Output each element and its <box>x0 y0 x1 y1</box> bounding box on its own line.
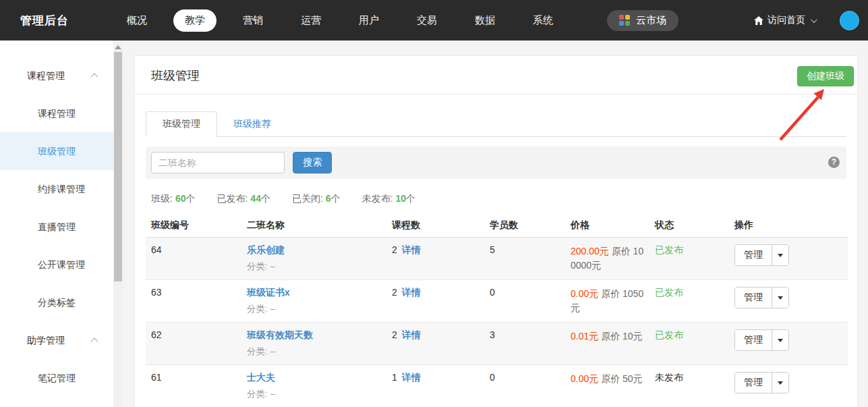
status-badge: 未发布 <box>655 372 683 383</box>
sidebar-item-公开课管理[interactable]: 公开课管理 <box>0 246 113 283</box>
cloud-market-button[interactable]: 云市场 <box>607 10 678 31</box>
stats-bar: 班级:60个已发布:44个已关闭:6个未发布:10个 <box>151 193 857 205</box>
sidebar-scrollbar[interactable] <box>113 40 123 407</box>
class-category: 分类: – <box>247 346 381 358</box>
table-row: 64 乐乐创建 分类: – 2 详情 5 200.00元 原价 100000元 … <box>146 238 848 280</box>
table-header-row: 班级编号二班名称课程数学员数价格状态操作 <box>146 214 848 238</box>
class-category: 分类: – <box>247 261 381 273</box>
scrollbar-up-arrow[interactable] <box>115 45 121 49</box>
manage-button[interactable]: 管理 <box>735 373 772 393</box>
class-name-link[interactable]: 士大夫 <box>247 372 275 383</box>
tab-class-management[interactable]: 班级管理 <box>146 111 217 137</box>
caret-down-icon <box>778 339 783 342</box>
course-detail-link[interactable]: 详情 <box>402 372 421 383</box>
tab-class-recommend[interactable]: 班级推荐 <box>220 112 285 136</box>
sidebar-item-约排课管理[interactable]: 约排课管理 <box>0 170 113 208</box>
class-id-cell: 61 <box>146 365 241 407</box>
stat-item: 已发布:44个 <box>216 193 270 205</box>
column-header-课程数: 课程数 <box>386 214 484 238</box>
sidebar-item-班级管理[interactable]: 班级管理 <box>0 132 113 170</box>
nav-item-运营[interactable]: 运营 <box>289 9 332 32</box>
nav-item-概况[interactable]: 概况 <box>115 9 158 32</box>
caret-down-icon <box>778 296 783 300</box>
sidebar-group-助学管理[interactable]: 助学管理 <box>0 321 113 359</box>
avatar[interactable] <box>840 11 859 30</box>
nav-item-营销[interactable]: 营销 <box>231 9 274 32</box>
class-name-cell: 士大夫 分类: – <box>241 365 386 407</box>
page-title: 班级管理 <box>151 69 200 82</box>
action-cell: 管理 <box>729 365 848 407</box>
course-count-cell: 2 详情 <box>386 280 484 323</box>
search-input[interactable] <box>151 152 285 173</box>
manage-button[interactable]: 管理 <box>735 245 772 265</box>
scrollbar-thumb[interactable] <box>114 52 122 281</box>
table-body: 64 乐乐创建 分类: – 2 详情 5 200.00元 原价 100000元 … <box>146 238 848 407</box>
column-header-班级编号: 班级编号 <box>146 214 241 238</box>
manage-button-group: 管理 <box>734 287 789 308</box>
manage-button-group: 管理 <box>734 244 789 266</box>
class-name-link[interactable]: 乐乐创建 <box>247 244 285 255</box>
search-button[interactable]: 搜索 <box>293 152 332 173</box>
status-badge: 已发布 <box>655 329 683 340</box>
nav-item-数据[interactable]: 数据 <box>463 9 507 32</box>
table-row: 62 班级有效期天数 分类: – 2 详情 3 0.01元 原价 10元 已发布… <box>146 323 848 365</box>
nav-item-系统[interactable]: 系统 <box>521 9 565 32</box>
column-header-操作: 操作 <box>729 214 848 238</box>
manage-dropdown-toggle[interactable] <box>772 245 788 265</box>
nav-item-用户[interactable]: 用户 <box>347 9 390 32</box>
class-category: 分类: – <box>247 303 381 315</box>
status-cell: 已发布 <box>649 323 729 365</box>
sidebar: 课程管理 课程管理班级管理约排课管理直播管理公开课管理分类标签 助学管理 笔记管… <box>0 40 113 407</box>
status-cell: 已发布 <box>649 238 729 280</box>
action-cell: 管理 <box>729 280 848 323</box>
chevron-up-icon <box>90 73 98 80</box>
chevron-up-icon <box>90 337 98 345</box>
tabs-bar: 班级管理 班级推荐 <box>146 111 846 137</box>
chevron-down-icon <box>811 16 817 23</box>
status-cell: 已发布 <box>649 280 729 323</box>
class-category: 分类: – <box>247 388 381 400</box>
manage-button-group: 管理 <box>734 329 789 351</box>
sidebar-group-课程管理[interactable]: 课程管理 <box>0 57 113 94</box>
manage-button[interactable]: 管理 <box>735 288 772 308</box>
price-cell: 0.00元 原价 50元 <box>565 365 649 407</box>
navbar-right: 云市场 访问首页 <box>607 10 868 31</box>
column-header-状态: 状态 <box>649 214 729 238</box>
status-cell: 未发布 <box>649 365 729 407</box>
cloud-market-label: 云市场 <box>636 14 666 27</box>
status-badge: 已发布 <box>655 244 683 255</box>
manage-dropdown-toggle[interactable] <box>772 330 788 350</box>
class-name-cell: 班级证书x 分类: – <box>241 280 386 323</box>
sidebar-item-笔记管理[interactable]: 笔记管理 <box>0 359 113 397</box>
manage-button-group: 管理 <box>734 372 789 394</box>
course-detail-link[interactable]: 详情 <box>402 287 421 298</box>
action-cell: 管理 <box>729 323 848 365</box>
manage-dropdown-toggle[interactable] <box>772 373 788 393</box>
course-count-cell: 2 详情 <box>386 238 484 280</box>
student-count-cell: 0 <box>484 365 565 407</box>
course-count-cell: 2 详情 <box>386 323 484 365</box>
visit-home-link[interactable]: 访问首页 <box>754 14 815 26</box>
content-card: 班级管理 创建班级 班级管理 班级推荐 搜索 ? 班级:60个已发布:44个已关… <box>134 55 858 407</box>
course-detail-link[interactable]: 详情 <box>402 329 421 340</box>
nav-item-交易[interactable]: 交易 <box>405 9 449 32</box>
price-cell: 0.00元 原价 1050元 <box>565 280 649 323</box>
course-detail-link[interactable]: 详情 <box>402 244 421 255</box>
manage-dropdown-toggle[interactable] <box>772 288 788 308</box>
stat-item: 未发布:10个 <box>362 193 415 205</box>
stat-item: 已关闭:6个 <box>292 193 341 205</box>
nav-item-教学[interactable]: 教学 <box>173 9 216 32</box>
help-icon[interactable]: ? <box>828 157 840 168</box>
class-name-link[interactable]: 班级证书x <box>247 287 290 298</box>
sidebar-item-直播管理[interactable]: 直播管理 <box>0 208 113 246</box>
top-navbar: 管理后台 概况教学营销运营用户交易数据系统 云市场 访问首页 <box>0 0 868 40</box>
class-name-link[interactable]: 班级有效期天数 <box>247 329 313 340</box>
student-count-cell: 3 <box>484 323 565 365</box>
sidebar-item-分类标签[interactable]: 分类标签 <box>0 283 113 321</box>
manage-button[interactable]: 管理 <box>735 330 772 350</box>
column-header-学员数: 学员数 <box>484 214 565 238</box>
class-id-cell: 63 <box>146 280 241 323</box>
sidebar-item-课程管理[interactable]: 课程管理 <box>0 94 113 132</box>
price-cell: 0.01元 原价 10元 <box>565 323 649 365</box>
create-class-button[interactable]: 创建班级 <box>797 66 854 86</box>
